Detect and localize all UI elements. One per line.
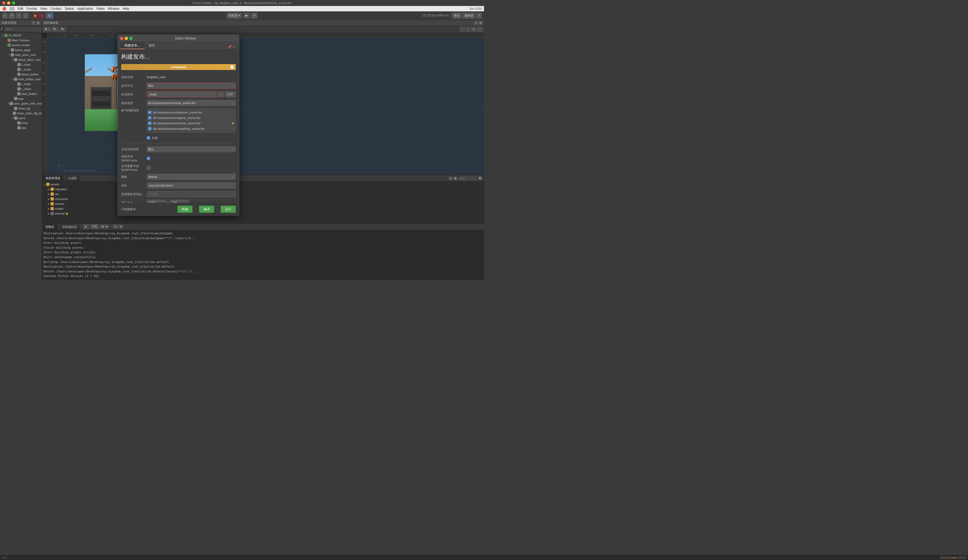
asset-res[interactable]: ▶ res — [43, 192, 483, 197]
menu-edit[interactable]: Edit — [18, 7, 23, 10]
path-input[interactable] — [147, 91, 217, 97]
tab-console[interactable]: 控制台 — [42, 224, 58, 230]
node-star[interactable]: star — [0, 126, 41, 130]
ew-max-btn[interactable] — [129, 37, 133, 40]
tab-build-publish[interactable]: 构建发布... — [120, 42, 144, 49]
sort-btn[interactable]: ⊞ — [453, 177, 457, 180]
node-ui-root[interactable]: ▼ UI_ROOT — [0, 33, 41, 38]
node-start-button[interactable]: start_button — [0, 91, 41, 96]
browser-btn[interactable]: 浏览器 ▾ — [227, 13, 242, 19]
menu-qq[interactable]: QQ — [10, 7, 15, 10]
console-mode-btn[interactable]: 正则 — [90, 224, 99, 229]
project-btn[interactable]: 项目 — [452, 13, 462, 19]
window-controls[interactable] — [2, 2, 15, 5]
window-height-input[interactable] — [170, 200, 189, 203]
asset-internal[interactable]: ▶ internal 🔒 — [43, 211, 483, 216]
node-user1[interactable]: ▼ user1 — [0, 116, 41, 121]
select-all-checkbox[interactable]: ✓ — [147, 136, 150, 139]
play-btn[interactable]: ▶ — [244, 13, 250, 19]
node-logo[interactable]: logo — [0, 96, 41, 101]
platform-select[interactable]: Mac Windows iOS Android — [147, 83, 236, 89]
mode-3d[interactable]: 3D — [46, 13, 53, 19]
add-asset-btn[interactable]: + — [449, 177, 453, 180]
node-user-game-info-root[interactable]: ▼ user_game_info_root — [0, 101, 41, 106]
ew-window-controls[interactable] — [120, 37, 133, 40]
scene-view[interactable]: 300 -400 -300 -100 0 100 300 600 600 500… — [42, 33, 484, 175]
node-l-chain-1[interactable]: l_chain — [0, 62, 41, 67]
hierarchy-settings-btn[interactable]: ⚙ — [36, 21, 40, 25]
help-btn[interactable]: ? — [476, 13, 482, 19]
node-about-btton-root[interactable]: ▼ about_btton_root — [0, 57, 41, 62]
node-close-uinfo[interactable]: close_uinfo_dlg_bt — [0, 111, 41, 116]
red-btn-1[interactable]: ■ — [32, 13, 38, 19]
menu-window[interactable]: Window — [108, 7, 119, 10]
asset-resources[interactable]: ▶ resources — [43, 197, 483, 202]
close-button[interactable] — [2, 2, 5, 5]
start-scene-select[interactable]: db://assets/scenes/home_scene.fire — [147, 100, 236, 106]
scene-item-4[interactable]: ✓ db://assets/scenes/roadmap_scene.fire — [148, 126, 234, 131]
console-play-btn[interactable]: ► — [83, 224, 89, 229]
tab-cloud[interactable]: 云函数 — [65, 175, 80, 181]
node-main-camera[interactable]: Main Camera — [0, 38, 41, 43]
node-about-button[interactable]: about_button — [0, 72, 41, 77]
menu-view[interactable]: View — [40, 7, 47, 10]
hierarchy-search-input[interactable] — [4, 27, 41, 31]
node-start-anim-root[interactable]: ▼ start_anim_root — [0, 53, 41, 57]
scene-tool-1[interactable]: ↔ — [459, 27, 465, 32]
minimize-button[interactable] — [7, 2, 10, 5]
compile-btn[interactable]: 编译 — [199, 206, 214, 213]
zoom-in-btn[interactable]: 🔍+ — [43, 27, 51, 32]
menu-format[interactable]: Format — [27, 7, 37, 10]
node-home-page[interactable]: home_page — [0, 48, 41, 53]
menu-application[interactable]: Application — [77, 7, 93, 10]
node-l-chain-2[interactable]: l_chain — [0, 82, 41, 86]
menu-video[interactable]: Video — [96, 7, 104, 10]
node-r-chain-1[interactable]: r_chain — [0, 67, 41, 72]
asset-scripts[interactable]: ▶ scripts — [43, 206, 483, 211]
scene-settings-btn[interactable]: ⚙ — [479, 21, 482, 25]
node-start-button-root[interactable]: ▼ start_button_root — [0, 77, 41, 82]
template-select[interactable]: default — [147, 174, 236, 180]
hierarchy-menu-btn[interactable]: ≡ — [31, 21, 35, 25]
tab-assets[interactable]: 资源管理器 — [42, 175, 64, 181]
node-anchor-center[interactable]: ▼ anchor-center — [0, 43, 41, 48]
inline-sprite-checkbox[interactable]: ✓ — [147, 157, 150, 160]
scene-tool-4[interactable]: ⛶ — [477, 27, 483, 32]
window-width-input[interactable] — [147, 200, 166, 203]
pkg-name-input[interactable] — [147, 182, 236, 188]
ew-close-btn[interactable] — [120, 37, 123, 40]
console-filter-select[interactable]: All — [100, 224, 109, 229]
add-button[interactable]: + — [2, 13, 8, 19]
merge-atlas-checkbox[interactable] — [147, 166, 151, 170]
close-scene-button[interactable]: × — [16, 13, 22, 19]
menu-contact[interactable]: Contact — [50, 7, 61, 10]
scene-tool-3[interactable]: ⟳ — [471, 27, 476, 32]
scene-item-3[interactable]: ✓ db://assets/scenes/home_scene.fire ★ — [148, 121, 234, 126]
scene-item-2[interactable]: ✓ db://assets/scenes/game_scene.fire — [148, 115, 234, 121]
add-node-btn[interactable]: + — [1, 27, 3, 31]
zoom-out-btn[interactable]: 🔍- — [51, 27, 59, 32]
asset-assets[interactable]: ▼ assets — [43, 182, 483, 187]
tab-service[interactable]: 服务 — [144, 42, 159, 49]
node-entry[interactable]: entry — [0, 121, 41, 126]
node-close-bg[interactable]: close_bg — [0, 106, 41, 111]
scene-item-1[interactable]: ✓ db://assets/scenes/abount_scene.fire — [148, 110, 234, 115]
font-size-select[interactable]: 14 — [113, 224, 123, 229]
compress-select[interactable]: 默认 — [147, 146, 236, 152]
scene-menu-btn[interactable]: ≡ — [474, 21, 478, 25]
tab-anim-editor[interactable]: 动画编辑器 — [58, 224, 80, 230]
maximize-button[interactable] — [12, 2, 15, 5]
asset-migration[interactable]: ▶ migration — [43, 187, 483, 192]
resource-url-input[interactable] — [147, 191, 236, 197]
search-asset-btn[interactable]: 🔍 — [478, 177, 482, 180]
pin-icon[interactable]: 📌 — [228, 45, 232, 49]
refresh-scene-btn[interactable]: ↺ — [251, 13, 257, 19]
ew-min-btn[interactable] — [125, 37, 128, 40]
node-r-chain-2[interactable]: r_chain — [0, 86, 41, 91]
build-btn[interactable]: 构建 — [177, 206, 192, 213]
path-open-btn[interactable]: 打开 — [225, 91, 236, 97]
asset-scenes[interactable]: ▶ scenes — [43, 202, 483, 206]
asset-search-input[interactable] — [458, 176, 477, 180]
menu-status[interactable]: Status — [65, 7, 74, 10]
refresh-button[interactable]: ↺ — [9, 13, 15, 19]
